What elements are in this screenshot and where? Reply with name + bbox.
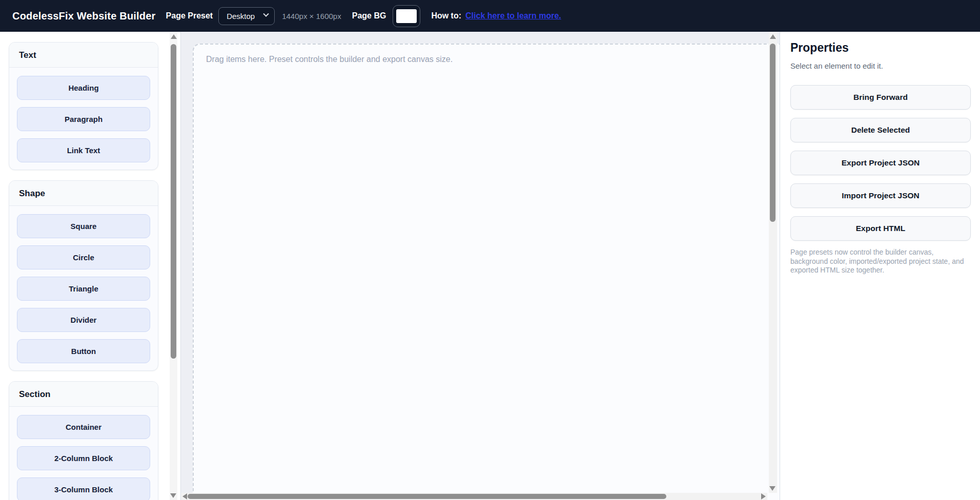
properties-panel: Properties Select an element to edit it.… <box>780 32 980 500</box>
properties-subtitle: Select an element to edit it. <box>790 61 971 70</box>
bring-forward-button[interactable]: Bring Forward <box>790 85 971 110</box>
preset-select[interactable]: Desktop <box>218 7 275 25</box>
learn-more-link[interactable]: Click here to learn more. <box>465 11 561 20</box>
group-body-section: Container 2-Column Block 3-Column Block <box>9 407 158 500</box>
palette-item-paragraph[interactable]: Paragraph <box>17 107 150 131</box>
palette-item-heading[interactable]: Heading <box>17 76 150 100</box>
page-preset-label: Page Preset <box>166 11 213 20</box>
canvas-vertical-scrollbar-thumb[interactable] <box>770 44 775 222</box>
palette-item-2-column-block[interactable]: 2-Column Block <box>17 446 150 470</box>
export-project-json-button[interactable]: Export Project JSON <box>790 151 971 175</box>
page-bg-color-swatch <box>396 9 417 23</box>
preset-hint-text: Page presets now control the builder can… <box>790 248 969 275</box>
drop-canvas-placeholder: Drag items here. Preset controls the bui… <box>206 55 780 64</box>
page-bg-color-picker[interactable] <box>393 5 420 27</box>
palette-item-button[interactable]: Button <box>17 339 150 363</box>
app-title: CodelessFix Website Builder <box>12 10 156 22</box>
drop-canvas[interactable]: Drag items here. Preset controls the bui… <box>193 44 780 500</box>
group-title-text: Text <box>9 43 158 68</box>
group-card-section: Section Container 2-Column Block 3-Colum… <box>9 381 158 500</box>
palette-item-container[interactable]: Container <box>17 415 150 439</box>
import-project-json-button[interactable]: Import Project JSON <box>790 183 971 208</box>
palette-item-circle[interactable]: Circle <box>17 245 150 269</box>
group-title-shape: Shape <box>9 181 158 206</box>
palette-item-3-column-block[interactable]: 3-Column Block <box>17 477 150 500</box>
scroll-down-arrow-icon[interactable] <box>170 493 176 498</box>
page-bg-label: Page BG <box>352 11 386 20</box>
group-title-section: Section <box>9 382 158 407</box>
canvas-horizontal-scrollbar-thumb[interactable] <box>188 494 666 499</box>
group-body-shape: Square Circle Triangle Divider Button <box>9 206 158 370</box>
scroll-down-arrow-icon[interactable] <box>769 486 775 491</box>
main-layout: Text Heading Paragraph Link Text Shape S… <box>0 32 980 500</box>
group-body-text: Heading Paragraph Link Text <box>9 68 158 170</box>
sidebar-scrollbar[interactable] <box>170 32 177 500</box>
top-navbar: CodelessFix Website Builder Page Preset … <box>0 0 980 32</box>
sidebar-cards: Text Heading Paragraph Link Text Shape S… <box>0 32 180 500</box>
builder-canvas-area: Drag items here. Preset controls the bui… <box>180 32 780 500</box>
palette-item-divider[interactable]: Divider <box>17 308 150 332</box>
export-html-button[interactable]: Export HTML <box>790 216 971 241</box>
canvas-horizontal-scrollbar[interactable] <box>181 493 767 500</box>
canvas-size-readout: 1440px × 1600px <box>282 12 341 20</box>
canvas-vertical-scrollbar[interactable] <box>769 32 777 493</box>
group-card-text: Text Heading Paragraph Link Text <box>9 42 158 170</box>
scroll-up-arrow-icon[interactable] <box>770 34 776 39</box>
palette-item-link-text[interactable]: Link Text <box>17 138 150 162</box>
properties-title: Properties <box>790 41 971 55</box>
scrollbar-corner <box>767 493 780 500</box>
scroll-up-arrow-icon[interactable] <box>171 34 177 39</box>
scroll-right-arrow-icon[interactable] <box>761 493 766 499</box>
palette-item-triangle[interactable]: Triangle <box>17 277 150 301</box>
group-card-shape: Shape Square Circle Triangle Divider But… <box>9 180 158 371</box>
sidebar-scrollbar-thumb[interactable] <box>171 44 176 359</box>
component-sidebar: Text Heading Paragraph Link Text Shape S… <box>0 32 180 500</box>
palette-item-square[interactable]: Square <box>17 214 150 238</box>
scroll-left-arrow-icon[interactable] <box>182 493 187 499</box>
delete-selected-button[interactable]: Delete Selected <box>790 118 971 142</box>
preset-select-value: Desktop <box>227 12 255 20</box>
chevron-down-icon <box>263 11 269 16</box>
how-to-label: How to: <box>431 11 461 20</box>
